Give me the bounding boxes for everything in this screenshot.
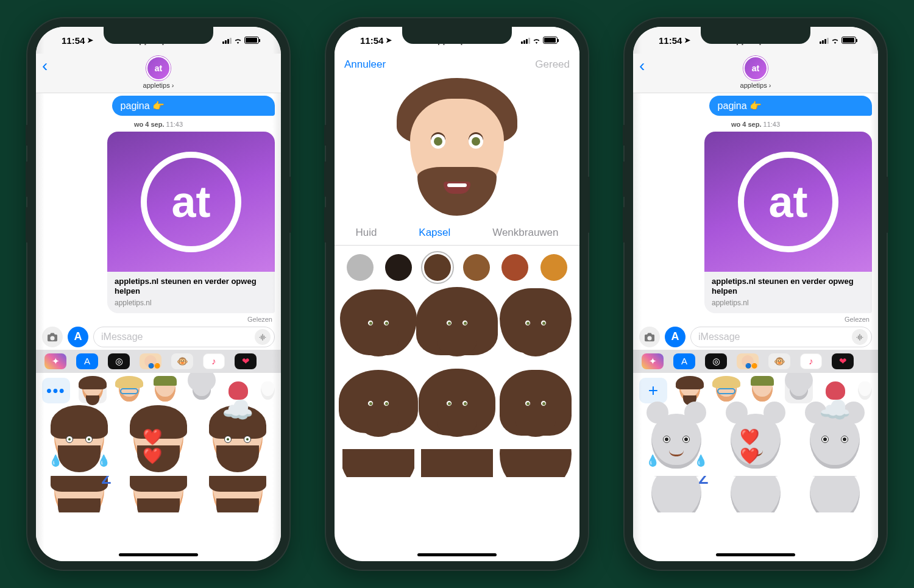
memoji-sticker-4[interactable]: Z <box>48 476 112 512</box>
home-indicator[interactable] <box>119 553 198 556</box>
hair-color-swatch-0[interactable] <box>347 254 374 281</box>
status-time: 11:54 <box>62 35 85 46</box>
category-tab-hair[interactable]: Kapsel <box>414 227 455 239</box>
cancel-button[interactable]: Annuleer <box>344 58 386 71</box>
app-strip[interactable]: ✦ A ◎ 🔵🟠 🐵 ♪ ❤ <box>633 350 878 373</box>
memoji-sticker-mind-blown[interactable]: ☁️ <box>206 409 270 473</box>
link-title: appletips.nl steunen en verder opweg hel… <box>115 277 267 297</box>
hair-color-swatch-3[interactable] <box>463 254 490 281</box>
hairstyle-option-2[interactable] <box>421 288 493 367</box>
memoji-app-icon[interactable]: 🔵🟠 <box>140 353 161 369</box>
hairstyle-option-3[interactable] <box>500 288 572 367</box>
contact-name[interactable]: appletips › <box>740 82 771 89</box>
message-input[interactable]: iMessage <box>690 327 872 347</box>
link-attachment[interactable]: at appletips.nl steunen en verder opweg … <box>704 132 872 313</box>
animoji-sticker-heart-eyes[interactable]: ❤️❤️ <box>724 409 788 473</box>
memoji-sticker-5[interactable] <box>127 476 191 512</box>
cellular-signal-icon <box>521 37 530 44</box>
battery-icon <box>543 37 558 44</box>
animoji-tab-cow[interactable] <box>261 378 275 403</box>
hairstyle-option-8[interactable] <box>421 449 493 477</box>
compose-bar: A iMessage <box>633 323 878 350</box>
store-app-icon[interactable]: A <box>673 353 695 369</box>
app-strip[interactable]: ✦ A ◎ 🔵🟠 🐵 ♪ ❤ <box>36 350 281 373</box>
memoji-tab-cap[interactable] <box>152 378 180 403</box>
photos-app-icon[interactable]: ✦ <box>44 353 66 369</box>
back-button[interactable]: ‹ <box>42 56 48 76</box>
digital-touch-icon[interactable]: ❤ <box>235 353 257 369</box>
conversation-view[interactable]: pagina 👉 wo 4 sep. 11:43 at appletips.nl… <box>633 93 878 323</box>
memoji-sticker-laughing[interactable]: 💧💧 <box>48 409 112 473</box>
wifi-icon <box>233 37 243 44</box>
hairstyle-option-6[interactable] <box>500 369 572 448</box>
app-store-button[interactable]: A <box>665 327 685 347</box>
hairstyle-option-1[interactable] <box>342 288 414 367</box>
hair-color-swatch-5[interactable] <box>540 254 567 281</box>
music-app-icon[interactable]: ♪ <box>203 353 225 369</box>
activity-app-icon[interactable]: ◎ <box>108 353 130 369</box>
animoji-sticker-laughing[interactable]: 💧💧 <box>645 409 709 473</box>
app-store-button[interactable]: A <box>68 327 88 347</box>
hair-color-swatch-1[interactable] <box>385 254 412 281</box>
hairstyle-option-7[interactable] <box>342 449 414 477</box>
animoji-sticker-6[interactable] <box>803 476 867 512</box>
memoji-tab-cap[interactable] <box>749 378 777 403</box>
camera-button[interactable] <box>639 327 660 347</box>
music-app-icon[interactable]: ♪ <box>800 353 822 369</box>
hairstyle-option-5[interactable] <box>421 369 493 448</box>
sent-message-bubble[interactable]: pagina 👉 <box>112 96 275 116</box>
photos-app-icon[interactable]: ✦ <box>642 353 664 369</box>
link-attachment[interactable]: at appletips.nl steunen en verder opweg … <box>107 132 275 313</box>
audio-message-button[interactable] <box>852 329 868 345</box>
more-characters-button[interactable]: ••• <box>42 378 70 403</box>
memoji-tab-beard[interactable] <box>79 378 107 403</box>
cellular-signal-icon <box>222 37 232 44</box>
animoji-tab-mouse[interactable] <box>785 378 813 403</box>
memoji-tab-glasses[interactable] <box>712 378 740 403</box>
animoji-app-icon[interactable]: 🐵 <box>768 353 790 369</box>
contact-avatar[interactable]: at <box>743 56 768 80</box>
done-button[interactable]: Gereed <box>535 58 570 71</box>
memoji-category-tabs[interactable]: Huid Kapsel Wenkbrauwen <box>335 224 579 246</box>
memoji-app-icon[interactable]: 🔵🟠 <box>737 353 759 369</box>
category-tab-skin[interactable]: Huid <box>350 227 381 239</box>
hair-color-swatch-4[interactable] <box>501 254 528 281</box>
audio-message-button[interactable] <box>255 329 271 345</box>
animoji-sticker-5[interactable] <box>724 476 788 512</box>
category-tab-brows[interactable]: Wenkbrauwen <box>487 227 563 239</box>
battery-icon <box>244 37 259 44</box>
memoji-tab-beard[interactable] <box>676 378 704 403</box>
battery-icon <box>841 37 856 44</box>
notch <box>701 27 810 44</box>
hair-color-swatch-2[interactable] <box>424 254 451 281</box>
hairstyle-option-4[interactable] <box>342 369 414 448</box>
animoji-sticker-4[interactable]: Z <box>645 476 709 512</box>
animoji-tab-mouse[interactable] <box>188 378 216 403</box>
conversation-view[interactable]: pagina 👉 wo 4 sep. 11:43 at appletips.nl… <box>36 93 281 323</box>
message-placeholder: iMessage <box>698 331 740 342</box>
animoji-tab-cow[interactable] <box>858 378 872 403</box>
hairstyle-option-9[interactable] <box>500 449 572 477</box>
sent-message-bubble[interactable]: pagina 👉 <box>709 96 872 116</box>
memoji-sticker-6[interactable] <box>206 476 270 512</box>
contact-name[interactable]: appletips › <box>143 82 174 89</box>
memoji-sticker-drawer[interactable]: ••• <box>36 373 281 562</box>
digital-touch-icon[interactable]: ❤ <box>832 353 854 369</box>
new-memoji-button[interactable]: + <box>639 378 667 403</box>
contact-avatar[interactable]: at <box>146 56 171 80</box>
activity-app-icon[interactable]: ◎ <box>705 353 727 369</box>
camera-button[interactable] <box>42 327 63 347</box>
memoji-editor-header: Annuleer Gereed <box>335 54 579 73</box>
message-input[interactable]: iMessage <box>93 327 275 347</box>
home-indicator[interactable] <box>716 553 795 556</box>
hairstyle-grid[interactable] <box>335 286 579 477</box>
store-app-icon[interactable]: A <box>76 353 98 369</box>
back-button[interactable]: ‹ <box>639 56 645 76</box>
memoji-tab-glasses[interactable] <box>115 378 143 403</box>
animoji-app-icon[interactable]: 🐵 <box>171 353 193 369</box>
animoji-sticker-mind-blown[interactable]: ☁️ <box>803 409 867 473</box>
memoji-sticker-heart-eyes[interactable]: ❤️❤️ <box>127 409 191 473</box>
home-indicator[interactable] <box>417 553 497 556</box>
memoji-sticker-drawer[interactable]: + <box>633 373 878 562</box>
hair-color-picker[interactable] <box>335 246 579 286</box>
